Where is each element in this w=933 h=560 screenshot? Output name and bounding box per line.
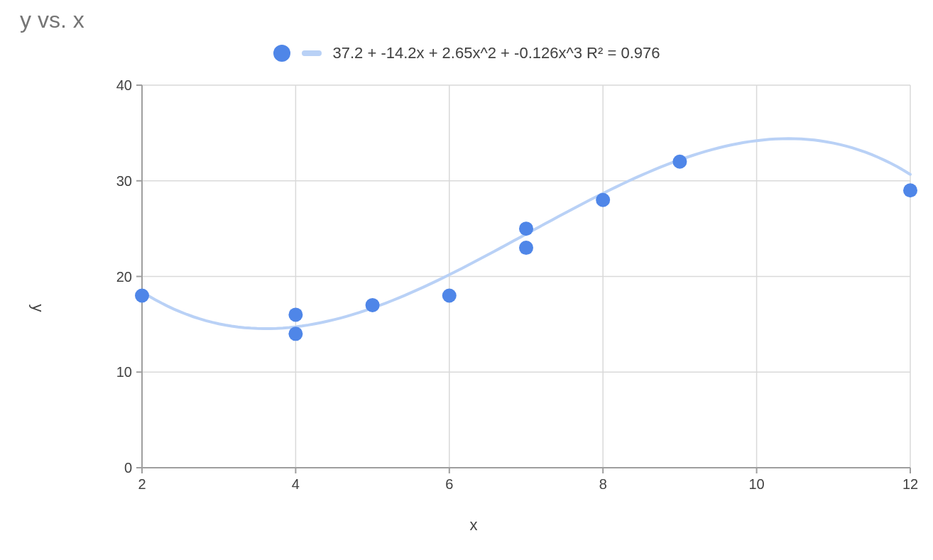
data-point: [903, 183, 917, 197]
chart-svg: 01020304024681012: [107, 84, 912, 475]
data-point: [288, 326, 302, 341]
legend-marker-trendline: [302, 50, 322, 56]
data-point: [672, 155, 687, 169]
legend-formula: 37.2 + -14.2x + 2.65x^2 + -0.126x^3 R² =…: [333, 44, 660, 62]
x-tick-label: 10: [748, 476, 764, 492]
x-tick-label: 2: [138, 476, 146, 492]
y-axis-label: y: [28, 304, 47, 312]
data-point: [519, 241, 533, 255]
y-tick-label: 10: [116, 364, 132, 380]
data-point: [135, 288, 149, 302]
y-tick-label: 20: [116, 269, 132, 285]
x-tick-label: 6: [445, 476, 453, 492]
y-tick-label: 30: [116, 173, 132, 189]
data-point: [366, 298, 380, 312]
x-tick-label: 4: [292, 476, 300, 492]
chart-title: y vs. x: [20, 7, 84, 33]
x-tick-label: 12: [902, 476, 918, 492]
x-axis-label: x: [470, 516, 478, 534]
data-point: [596, 193, 610, 207]
data-point: [288, 307, 302, 322]
data-point: [519, 221, 533, 236]
legend: 37.2 + -14.2x + 2.65x^2 + -0.126x^3 R² =…: [0, 44, 933, 62]
x-tick-label: 8: [599, 476, 607, 492]
legend-marker-scatter: [273, 45, 290, 62]
data-point: [442, 288, 457, 302]
y-tick-label: 0: [124, 460, 132, 476]
y-tick-label: 40: [116, 77, 132, 93]
plot-area: y x 01020304024681012: [28, 84, 919, 532]
plot: 01020304024681012: [107, 84, 912, 475]
